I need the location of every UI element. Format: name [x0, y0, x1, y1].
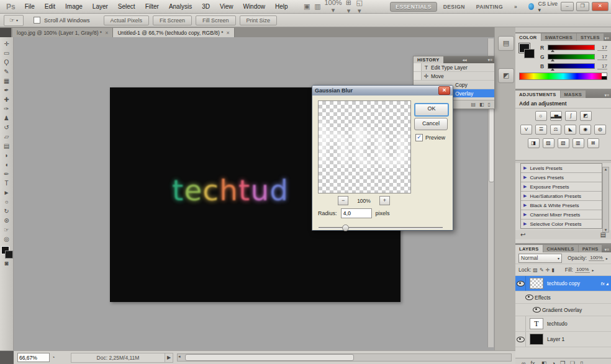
path-selection-tool[interactable]: ►: [1, 188, 12, 197]
gradient-map-icon[interactable]: ▥: [573, 138, 584, 148]
layer-row-techtudo-copy[interactable]: techtudo copy fx ▴: [515, 276, 611, 291]
preview-checkbox[interactable]: ✓: [415, 134, 423, 141]
ok-button[interactable]: OK: [414, 103, 449, 117]
vibrance-icon[interactable]: V: [520, 125, 532, 135]
blur-preview-area[interactable]: htu: [318, 100, 411, 193]
layer-style-icon[interactable]: fx.: [530, 360, 536, 364]
posterize-icon[interactable]: ▨: [543, 138, 554, 148]
invert-icon[interactable]: ◨: [528, 138, 540, 148]
tab-adjustments[interactable]: ADJUSTMENTS: [515, 91, 560, 98]
visibility-toggle[interactable]: [524, 291, 535, 303]
chevron-icon[interactable]: ▸: [592, 268, 594, 272]
link-layers-icon[interactable]: ∞: [522, 360, 525, 364]
radius-slider-track[interactable]: [319, 227, 443, 229]
color-swatches[interactable]: [519, 43, 535, 60]
crop-tool[interactable]: ▦: [1, 76, 12, 86]
tab-color[interactable]: COLOR: [515, 33, 541, 41]
tab-channels[interactable]: CHANNELS: [543, 245, 578, 252]
expander-triangle-icon[interactable]: ▶: [523, 184, 527, 189]
visibility-toggle[interactable]: [515, 276, 526, 291]
panel-menu-icon[interactable]: ▾≡: [604, 36, 611, 41]
radius-slider[interactable]: [319, 224, 443, 231]
fit-screen-button[interactable]: Fit Screen: [153, 16, 192, 25]
visibility-toggle[interactable]: [532, 304, 542, 316]
tab-masks[interactable]: MASKS: [560, 91, 586, 98]
radius-slider-thumb[interactable]: [342, 224, 349, 231]
delete-state-icon[interactable]: ▯: [488, 102, 491, 107]
gradient-overlay-row[interactable]: Gradient Overlay: [515, 304, 611, 316]
color-balance-icon[interactable]: ⚖: [550, 125, 562, 135]
close-tab-icon[interactable]: ×: [105, 30, 108, 36]
expander-triangle-icon[interactable]: ▶: [523, 166, 527, 171]
panel-menu-icon[interactable]: ▾≡: [604, 247, 611, 252]
layer-name[interactable]: techtudo copy: [547, 280, 580, 286]
foreground-background-swatches[interactable]: [1, 246, 12, 259]
presets-scrollbar[interactable]: ▲▼: [602, 167, 609, 233]
history-state-edit-type-layer[interactable]: T Edit Type Layer: [414, 63, 494, 72]
expander-triangle-icon[interactable]: ▶: [523, 175, 527, 180]
selective-color-icon[interactable]: ⊠: [587, 138, 599, 148]
zoom-out-button[interactable]: −: [338, 196, 348, 205]
horizontal-scrollbar[interactable]: ◂: [177, 353, 512, 362]
red-channel-slider[interactable]: [548, 45, 595, 50]
quick-selection-tool[interactable]: ✎: [1, 67, 12, 76]
menu-layer[interactable]: Layer: [88, 2, 112, 11]
levels-icon[interactable]: ▂▅▃: [550, 111, 562, 121]
effects-row[interactable]: Effects: [515, 291, 611, 304]
layer-thumbnail[interactable]: [530, 278, 543, 289]
preset-exposure[interactable]: ▶Exposure Presets: [521, 182, 602, 192]
expander-triangle-icon[interactable]: ▶: [523, 203, 527, 208]
menu-analysis[interactable]: Analysis: [165, 2, 196, 11]
tab-styles[interactable]: STYLES: [576, 33, 604, 41]
tab-paths[interactable]: PATHS: [578, 245, 602, 252]
zoom-in-button[interactable]: +: [379, 196, 390, 205]
status-options-icon[interactable]: ◔: [50, 353, 57, 363]
menu-image[interactable]: Image: [61, 2, 87, 11]
blue-channel-value[interactable]: 17: [597, 63, 607, 69]
new-group-icon[interactable]: ❒: [560, 360, 565, 364]
brightness-contrast-icon[interactable]: ☼: [535, 111, 547, 121]
dialog-title-bar[interactable]: Gaussian Blur ✕: [312, 86, 453, 95]
layer-effects-badge[interactable]: fx ▴: [601, 281, 611, 286]
collapse-panel-icon[interactable]: ◂◂: [461, 58, 469, 63]
preset-levels[interactable]: ▶Levels Presets: [521, 164, 602, 173]
new-layer-icon[interactable]: ❏: [570, 360, 575, 364]
horizontal-scrollbar-thumb[interactable]: [185, 354, 354, 361]
blue-channel-slider[interactable]: [548, 63, 595, 69]
workspace-essentials[interactable]: ESSENTIALS: [390, 2, 437, 12]
expander-triangle-icon[interactable]: ▶: [523, 221, 527, 226]
channel-mixer-icon[interactable]: ◍: [594, 125, 606, 135]
layer-thumbnail[interactable]: [530, 334, 543, 345]
arrange-documents-icon[interactable]: ⊞ ▾: [344, 0, 353, 15]
background-color-swatch[interactable]: [524, 49, 535, 58]
workspace-overflow-chevron[interactable]: »: [509, 2, 522, 11]
restore-button[interactable]: ❐: [576, 2, 589, 11]
actual-pixels-button[interactable]: Actual Pixels: [104, 16, 150, 25]
hand-tool[interactable]: ☞: [1, 225, 12, 234]
exposure-icon[interactable]: ◩: [580, 111, 592, 121]
dodge-tool[interactable]: ◖: [1, 160, 12, 169]
history-brush-tool[interactable]: ↺: [1, 123, 12, 132]
hue-saturation-icon[interactable]: ☰: [535, 125, 547, 135]
minimize-button[interactable]: –: [561, 2, 574, 11]
fill-value[interactable]: 100%: [575, 267, 590, 273]
history-tab[interactable]: HISTORY: [414, 56, 443, 63]
tab-layers[interactable]: LAYERS: [515, 245, 543, 252]
tab-swatches[interactable]: SWATCHES: [541, 33, 576, 41]
panel-menu-icon[interactable]: ▾≡: [604, 93, 611, 98]
visibility-toggle[interactable]: [515, 316, 526, 331]
preset-hue-saturation[interactable]: ▶Hue/Saturation Presets: [521, 192, 602, 201]
clone-stamp-tool[interactable]: ♟: [1, 113, 12, 123]
menu-window[interactable]: Window: [238, 2, 269, 11]
hand-tool-preset-icon[interactable]: ☞▾: [4, 15, 24, 26]
launch-bridge-icon[interactable]: ▣: [302, 2, 312, 11]
type-tool[interactable]: T: [1, 179, 12, 188]
workspace-design[interactable]: DESIGN: [438, 2, 470, 11]
lock-image-icon[interactable]: ✎: [540, 267, 544, 273]
zoom-tool[interactable]: ◎: [1, 234, 12, 244]
menu-edit[interactable]: Edit: [40, 2, 60, 11]
background-color-swatch[interactable]: [5, 251, 13, 259]
document-tab-logo[interactable]: logo.jpg @ 100% (Layer 1, Gray/8) * ×: [12, 28, 113, 37]
print-size-button[interactable]: Print Size: [240, 16, 278, 25]
quick-mask-icon[interactable]: ◙: [1, 259, 12, 268]
